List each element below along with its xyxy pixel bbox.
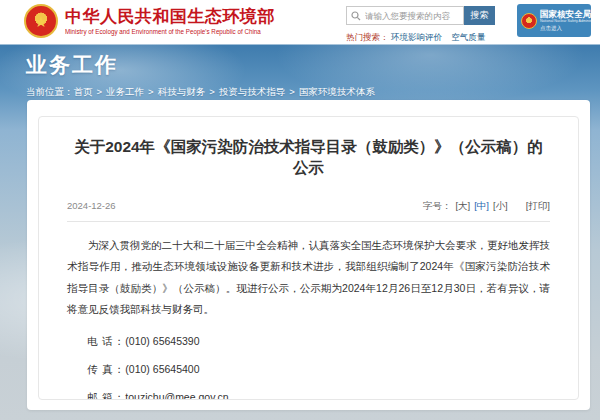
hot-search-link-air[interactable]: 空气质量 bbox=[451, 32, 485, 42]
font-size-tools: 字号：[大][中][小][打印] bbox=[419, 200, 550, 213]
hot-search-row: 热门搜索： 环境影响评价 空气质量 bbox=[346, 32, 496, 44]
phone-label: 电 话： bbox=[87, 335, 125, 347]
font-size-large-button[interactable]: [大] bbox=[455, 200, 470, 211]
breadcrumb-separator: > bbox=[97, 86, 103, 97]
font-size-label: 字号： bbox=[423, 200, 452, 211]
article-title: 关于2024年《国家污染防治技术指导目录（鼓励类）》（公示稿）的公示 bbox=[67, 137, 550, 179]
site-header: ★ 中华人民共和国生态环境部 Ministry of Ecology and E… bbox=[0, 0, 600, 44]
hot-search-link-eia[interactable]: 环境影响评价 bbox=[391, 32, 442, 42]
hot-search-label: 热门搜索： bbox=[346, 32, 389, 42]
nnsa-emblem-icon: ★ bbox=[521, 13, 537, 29]
font-size-medium-button[interactable]: [中] bbox=[474, 200, 489, 211]
content-card: 关于2024年《国家污染防治技术指导目录（鼓励类）》（公示稿）的公示 2024-… bbox=[27, 100, 590, 410]
breadcrumb-label: 当前位置： bbox=[26, 86, 74, 97]
search-group: 搜索 热门搜索： 环境影响评价 空气质量 bbox=[346, 6, 496, 44]
fax-value: (010) 65645400 bbox=[125, 363, 199, 375]
fax-line: 传 真：(010) 65645400 bbox=[87, 363, 550, 377]
national-emblem-icon: ★ bbox=[24, 4, 58, 38]
nnsa-subtitle: National Nuclear Safety Administration bbox=[540, 20, 600, 24]
breadcrumb-item-investment-guidance[interactable]: 投资与技术指导 bbox=[219, 86, 286, 97]
ministry-title-block: 中华人民共和国生态环境部 Ministry of Ecology and Env… bbox=[65, 7, 275, 36]
breadcrumb-item-home[interactable]: 首页 bbox=[74, 86, 93, 97]
search-button[interactable]: 搜索 bbox=[464, 6, 495, 25]
breadcrumb-separator: > bbox=[209, 86, 215, 97]
font-size-small-button[interactable]: [小] bbox=[493, 200, 508, 211]
article-box: 关于2024年《国家污染防治技术指导目录（鼓励类）》（公示稿）的公示 2024-… bbox=[38, 116, 579, 400]
page-title: 业务工作 bbox=[26, 51, 118, 79]
nnsa-enter-label: 点击进入 bbox=[540, 25, 600, 31]
breadcrumb-separator: > bbox=[148, 86, 154, 97]
search-box bbox=[346, 6, 464, 25]
fax-label: 传 真： bbox=[87, 363, 125, 375]
breadcrumb-item-business[interactable]: 业务工作 bbox=[106, 86, 144, 97]
breadcrumb-separator: > bbox=[289, 86, 295, 97]
search-input[interactable] bbox=[365, 11, 459, 21]
article-body: 为深入贯彻党的二十大和二十届三中全会精神，认真落实全国生态环境保护大会要求，更好… bbox=[67, 235, 550, 321]
breadcrumb-item-tech-system[interactable]: 国家环境技术体系 bbox=[299, 86, 375, 97]
ministry-logo-link[interactable]: ★ 中华人民共和国生态环境部 Ministry of Ecology and E… bbox=[24, 4, 275, 38]
ministry-name: 中华人民共和国生态环境部 bbox=[65, 7, 275, 27]
print-button[interactable]: [打印] bbox=[526, 200, 550, 211]
breadcrumb-item-tech-finance[interactable]: 科技与财务 bbox=[158, 86, 206, 97]
email-value: touzichu@mee.gov.cn bbox=[125, 391, 228, 400]
contact-list: 电 话：(010) 65645390 传 真：(010) 65645400 邮 … bbox=[87, 335, 550, 400]
email-label: 邮 箱： bbox=[87, 391, 125, 400]
nnsa-badge-link[interactable]: ★ 国家核安全局 National Nuclear Safety Adminis… bbox=[517, 4, 591, 37]
ministry-name-en: Ministry of Ecology and Environment of t… bbox=[65, 28, 271, 35]
phone-line: 电 话：(010) 65645390 bbox=[87, 335, 550, 349]
page: ★ 中华人民共和国生态环境部 Ministry of Ecology and E… bbox=[0, 0, 600, 420]
article-meta-row: 2024-12-26 字号：[大][中][小][打印] bbox=[67, 200, 550, 222]
nnsa-text: 国家核安全局 National Nuclear Safety Administr… bbox=[540, 10, 600, 30]
phone-value: (010) 65645390 bbox=[125, 335, 199, 347]
breadcrumb: 当前位置：首页>业务工作>科技与财务>投资与技术指导>国家环境技术体系 bbox=[26, 86, 375, 99]
article-date: 2024-12-26 bbox=[67, 200, 116, 211]
email-line: 邮 箱：touzichu@mee.gov.cn bbox=[87, 391, 550, 400]
search-icon bbox=[351, 11, 361, 21]
